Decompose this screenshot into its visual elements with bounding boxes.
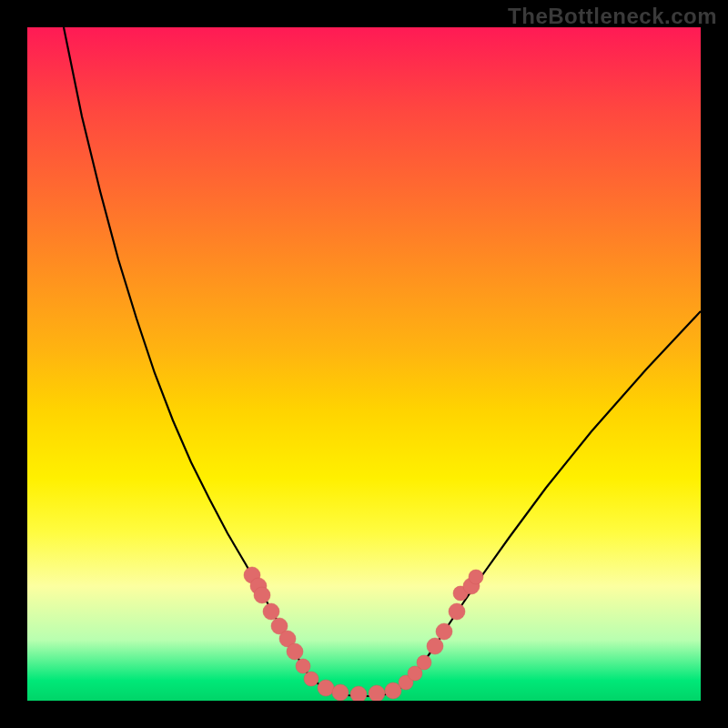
- data-dot: [263, 603, 279, 620]
- data-dot: [436, 623, 452, 640]
- data-dot: [287, 643, 303, 660]
- curve-path: [64, 27, 701, 696]
- data-dot: [332, 684, 349, 701]
- data-dot: [296, 659, 310, 673]
- data-dot: [254, 587, 270, 603]
- data-dot: [304, 672, 318, 686]
- data-dot: [469, 570, 483, 584]
- data-dot: [350, 686, 367, 701]
- chart-svg: [27, 27, 701, 701]
- data-dot: [318, 680, 334, 696]
- plot-area: [27, 27, 701, 701]
- data-dot: [417, 655, 431, 670]
- watermark-text: TheBottleneck.com: [508, 4, 717, 29]
- data-dot: [427, 638, 443, 654]
- chart-frame: TheBottleneck.com: [0, 0, 728, 728]
- bottleneck-curve: [64, 27, 701, 696]
- data-dot: [449, 603, 465, 620]
- data-dot: [369, 685, 385, 701]
- data-dots: [244, 567, 483, 701]
